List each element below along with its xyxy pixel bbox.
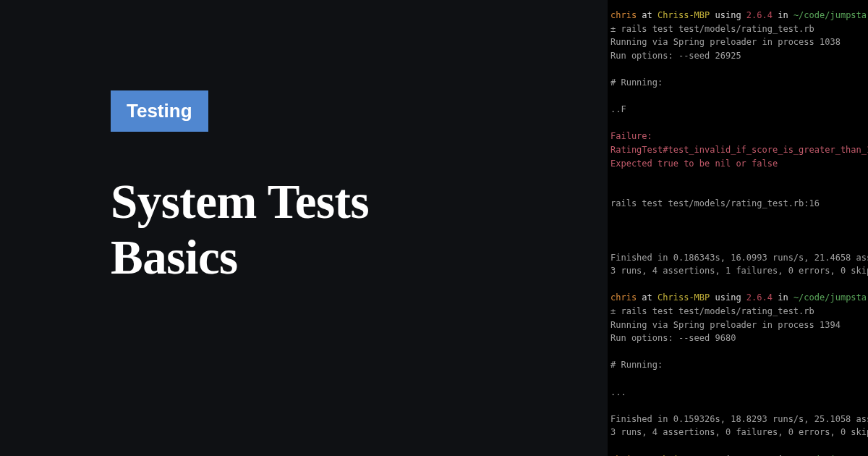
prompt-in: in [773,10,793,20]
prompt-path: ~/code/jumpstart/nps [793,10,868,20]
terminal-cmd: ± rails test test/models/rating_test.rb [610,306,814,316]
prompt-user: chris [610,10,637,20]
terminal-summary: 3 runs, 4 assertions, 1 failures, 0 erro… [610,266,868,276]
prompt-version: 2.6.4 [746,10,773,20]
terminal-dots-fail: ..F [610,104,626,114]
terminal-running: # Running: [610,360,663,370]
terminal-finished: Finished in 0.159326s, 18.8293 runs/s, 2… [610,414,868,424]
terminal-summary: 3 runs, 4 assertions, 0 failures, 0 erro… [610,427,868,437]
prompt-user: chris [610,292,637,303]
terminal-output: chris at Chriss-MBP using 2.6.4 in ~/cod… [608,0,868,456]
terminal-seed: Run options: --seed 9680 [610,333,736,343]
left-panel: Testing System TestsBasics [0,0,608,456]
terminal-finished: Finished in 0.186343s, 16.0993 runs/s, 2… [610,253,868,263]
prompt-in: in [773,292,793,303]
prompt-at: at [637,292,658,303]
prompt-using: using [710,292,746,303]
terminal-preloader: Running via Spring preloader in process … [610,37,841,47]
terminal-seed: Run options: --seed 26925 [610,51,741,61]
prompt-version: 2.6.4 [746,292,773,303]
terminal-rerun: rails test test/models/rating_test.rb:16 [610,198,820,208]
prompt-host: Chriss-MBP [658,10,710,20]
terminal-dots-pass: ... [610,387,626,397]
prompt-host: Chriss-MBP [658,292,710,303]
terminal-running: # Running: [610,77,663,88]
terminal-failure-label: Failure: [610,131,652,141]
prompt-at: at [637,10,658,20]
terminal-failure-exp: Expected true to be nil or false [610,159,778,169]
category-badge: Testing [111,90,208,132]
terminal-preloader: Running via Spring preloader in process … [610,320,841,330]
prompt-using: using [710,10,746,20]
terminal-failure-msg: RatingTest#test_invalid_if_score_is_grea… [610,145,868,155]
prompt-path: ~/code/jumpstart/nps [793,292,868,303]
title-heading: System TestsBasics [111,174,608,285]
terminal-cmd: ± rails test test/models/rating_test.rb [610,24,814,34]
